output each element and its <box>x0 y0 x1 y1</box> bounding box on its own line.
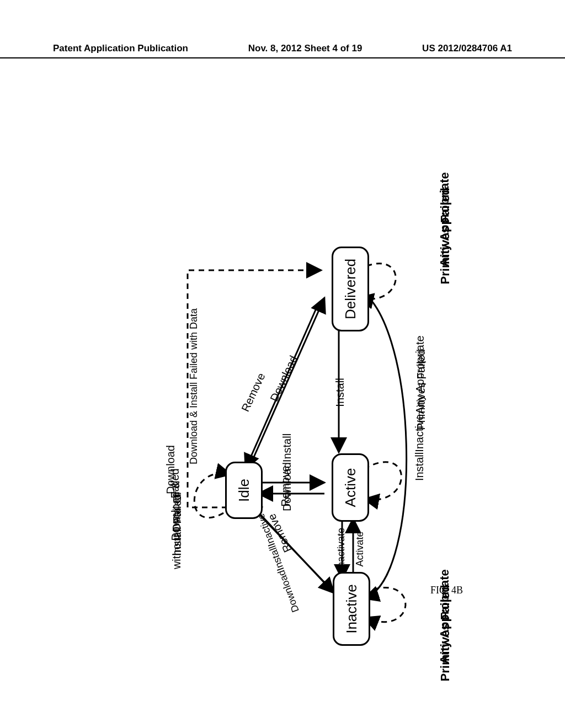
label-inactivate: Inactivate <box>335 528 347 570</box>
active-loop-l2: Primitives Failed <box>415 349 428 430</box>
idle-loop-l6: without Data <box>170 508 183 569</box>
state-idle: Idle <box>225 462 263 519</box>
state-inactive: Inactive <box>333 572 370 646</box>
state-active: Active <box>332 453 369 522</box>
label-dl-install-failed-with-data: Download & Install Failed with Data <box>188 308 200 464</box>
label-activate: Activate <box>354 531 366 566</box>
label-remove-active: Remove <box>279 465 292 506</box>
label-install: Install <box>334 378 347 406</box>
delivered-loop-l2: Primitives Failed <box>438 188 452 285</box>
inactive-loop-l2: Primitives Failed <box>438 585 452 682</box>
state-delivered: Delivered <box>332 247 369 331</box>
figure-caption: FIG. 4B <box>430 585 463 596</box>
diagram-edges <box>0 0 565 728</box>
